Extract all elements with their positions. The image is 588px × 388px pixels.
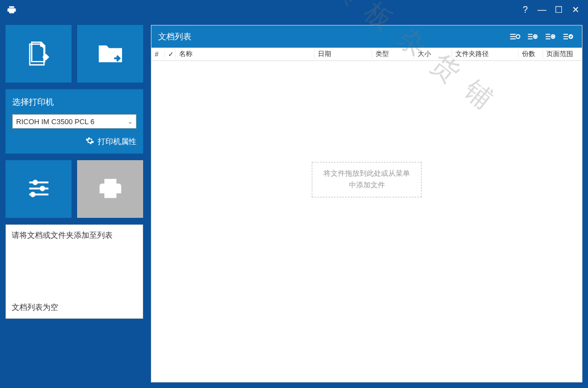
printer-selected-value: RICOH IM C3500 PCL 6: [16, 118, 94, 126]
drop-hint: 将文件拖放到此处或从菜单 中添加文件: [312, 162, 422, 197]
col-path[interactable]: 文件夹路径: [452, 49, 519, 59]
list-action-1-icon[interactable]: [508, 29, 522, 44]
folder-arrow-icon: [95, 38, 126, 70]
close-button[interactable]: ✕: [567, 2, 584, 18]
col-name[interactable]: 名称: [176, 49, 315, 59]
documents-arrow-icon: [23, 38, 54, 70]
help-button[interactable]: ?: [517, 2, 534, 18]
info-message-1: 请将文档或文件夹添加至列表: [12, 231, 137, 241]
settings-tile[interactable]: [6, 160, 72, 218]
list-remove-icon[interactable]: [525, 29, 540, 44]
list-action-3-icon[interactable]: [543, 29, 557, 44]
drop-hint-line1: 将文件拖放到此处或从菜单: [323, 168, 410, 180]
svg-point-3: [40, 186, 44, 190]
col-size[interactable]: 大小: [414, 49, 452, 59]
svg-point-1: [33, 180, 37, 184]
add-document-tile[interactable]: [6, 25, 72, 83]
list-check-icon[interactable]: [561, 29, 575, 44]
print-tile: [77, 160, 143, 218]
svg-point-20: [552, 36, 554, 38]
info-message-2: 文档列表为空: [12, 303, 137, 313]
drop-zone[interactable]: 素材模板杂货铺 将文件拖放到此处或从菜单 中添加文件: [151, 61, 582, 382]
col-check[interactable]: ✓: [165, 50, 176, 58]
printer-icon: [96, 174, 125, 205]
titlebar: ? — ☐ ✕: [0, 0, 588, 19]
chevron-down-icon: ⌄: [128, 118, 133, 125]
printer-properties-link[interactable]: 打印机属性: [12, 136, 136, 147]
gear-icon: [85, 136, 94, 147]
svg-point-9: [516, 35, 520, 39]
sliders-icon: [24, 174, 53, 205]
content-header: 文档列表: [151, 25, 582, 48]
maximize-button[interactable]: ☐: [550, 2, 567, 18]
printer-panel: 选择打印机 RICOH IM C3500 PCL 6 ⌄ 打印机属性: [6, 89, 143, 154]
col-type[interactable]: 类型: [372, 49, 414, 59]
printer-properties-label: 打印机属性: [98, 137, 136, 147]
content-area: 文档列表 # ✓ 名称 日期 类型 大小 文件夹路径 份数 页面范围: [151, 25, 582, 382]
minimize-button[interactable]: —: [534, 2, 550, 18]
col-date[interactable]: 日期: [315, 49, 372, 59]
printer-label: 选择打印机: [12, 97, 136, 108]
printer-select[interactable]: RICOH IM C3500 PCL 6 ⌄: [12, 114, 136, 129]
col-copies[interactable]: 份数: [519, 49, 543, 59]
content-title: 文档列表: [158, 32, 191, 42]
col-range[interactable]: 页面范围: [543, 49, 576, 59]
app-printer-icon: [7, 5, 17, 15]
col-num[interactable]: #: [151, 50, 165, 58]
drop-hint-line2: 中添加文件: [323, 180, 410, 191]
table-header: # ✓ 名称 日期 类型 大小 文件夹路径 份数 页面范围: [151, 48, 582, 61]
svg-point-5: [31, 192, 34, 196]
add-folder-tile[interactable]: [77, 25, 143, 83]
sidebar: 选择打印机 RICOH IM C3500 PCL 6 ⌄ 打印机属性: [6, 25, 143, 382]
info-panel: 请将文档或文件夹添加至列表 文档列表为空: [6, 224, 143, 319]
